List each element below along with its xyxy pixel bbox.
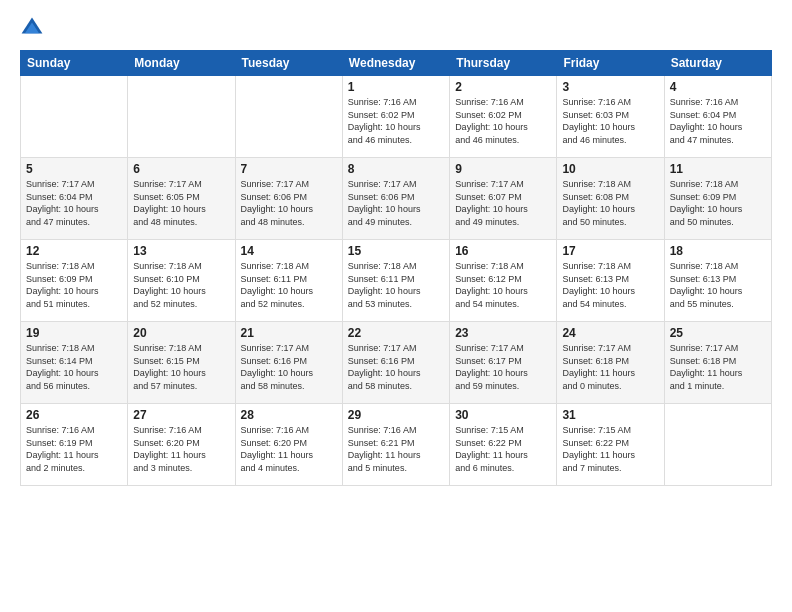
day-number: 24	[562, 326, 658, 340]
day-info: Sunrise: 7:17 AM Sunset: 6:17 PM Dayligh…	[455, 342, 551, 392]
day-info: Sunrise: 7:16 AM Sunset: 6:19 PM Dayligh…	[26, 424, 122, 474]
weekday-header-saturday: Saturday	[664, 51, 771, 76]
calendar-cell: 27Sunrise: 7:16 AM Sunset: 6:20 PM Dayli…	[128, 404, 235, 486]
day-number: 7	[241, 162, 337, 176]
day-number: 12	[26, 244, 122, 258]
calendar-cell: 23Sunrise: 7:17 AM Sunset: 6:17 PM Dayli…	[450, 322, 557, 404]
day-info: Sunrise: 7:17 AM Sunset: 6:16 PM Dayligh…	[348, 342, 444, 392]
calendar-week-4: 19Sunrise: 7:18 AM Sunset: 6:14 PM Dayli…	[21, 322, 772, 404]
day-number: 5	[26, 162, 122, 176]
calendar-cell: 30Sunrise: 7:15 AM Sunset: 6:22 PM Dayli…	[450, 404, 557, 486]
weekday-header-row: SundayMondayTuesdayWednesdayThursdayFrid…	[21, 51, 772, 76]
day-info: Sunrise: 7:16 AM Sunset: 6:21 PM Dayligh…	[348, 424, 444, 474]
logo	[20, 16, 48, 40]
day-info: Sunrise: 7:16 AM Sunset: 6:02 PM Dayligh…	[348, 96, 444, 146]
calendar-cell: 7Sunrise: 7:17 AM Sunset: 6:06 PM Daylig…	[235, 158, 342, 240]
day-number: 17	[562, 244, 658, 258]
calendar-cell: 12Sunrise: 7:18 AM Sunset: 6:09 PM Dayli…	[21, 240, 128, 322]
calendar-cell: 26Sunrise: 7:16 AM Sunset: 6:19 PM Dayli…	[21, 404, 128, 486]
day-number: 11	[670, 162, 766, 176]
day-number: 16	[455, 244, 551, 258]
weekday-header-wednesday: Wednesday	[342, 51, 449, 76]
calendar-cell: 28Sunrise: 7:16 AM Sunset: 6:20 PM Dayli…	[235, 404, 342, 486]
day-number: 10	[562, 162, 658, 176]
calendar-cell: 5Sunrise: 7:17 AM Sunset: 6:04 PM Daylig…	[21, 158, 128, 240]
day-info: Sunrise: 7:17 AM Sunset: 6:07 PM Dayligh…	[455, 178, 551, 228]
day-info: Sunrise: 7:17 AM Sunset: 6:04 PM Dayligh…	[26, 178, 122, 228]
weekday-header-friday: Friday	[557, 51, 664, 76]
day-number: 4	[670, 80, 766, 94]
day-number: 27	[133, 408, 229, 422]
day-number: 23	[455, 326, 551, 340]
day-info: Sunrise: 7:17 AM Sunset: 6:18 PM Dayligh…	[562, 342, 658, 392]
calendar-cell: 31Sunrise: 7:15 AM Sunset: 6:22 PM Dayli…	[557, 404, 664, 486]
calendar-cell	[664, 404, 771, 486]
calendar-cell: 20Sunrise: 7:18 AM Sunset: 6:15 PM Dayli…	[128, 322, 235, 404]
day-info: Sunrise: 7:16 AM Sunset: 6:02 PM Dayligh…	[455, 96, 551, 146]
calendar-cell: 16Sunrise: 7:18 AM Sunset: 6:12 PM Dayli…	[450, 240, 557, 322]
calendar-week-3: 12Sunrise: 7:18 AM Sunset: 6:09 PM Dayli…	[21, 240, 772, 322]
calendar-cell: 8Sunrise: 7:17 AM Sunset: 6:06 PM Daylig…	[342, 158, 449, 240]
calendar-cell: 17Sunrise: 7:18 AM Sunset: 6:13 PM Dayli…	[557, 240, 664, 322]
day-number: 3	[562, 80, 658, 94]
day-number: 18	[670, 244, 766, 258]
calendar-cell: 13Sunrise: 7:18 AM Sunset: 6:10 PM Dayli…	[128, 240, 235, 322]
day-number: 21	[241, 326, 337, 340]
day-number: 14	[241, 244, 337, 258]
day-info: Sunrise: 7:18 AM Sunset: 6:09 PM Dayligh…	[26, 260, 122, 310]
calendar-cell: 21Sunrise: 7:17 AM Sunset: 6:16 PM Dayli…	[235, 322, 342, 404]
logo-icon	[20, 16, 44, 40]
day-number: 19	[26, 326, 122, 340]
calendar-cell: 1Sunrise: 7:16 AM Sunset: 6:02 PM Daylig…	[342, 76, 449, 158]
day-number: 31	[562, 408, 658, 422]
day-info: Sunrise: 7:18 AM Sunset: 6:15 PM Dayligh…	[133, 342, 229, 392]
day-info: Sunrise: 7:18 AM Sunset: 6:08 PM Dayligh…	[562, 178, 658, 228]
weekday-header-tuesday: Tuesday	[235, 51, 342, 76]
day-info: Sunrise: 7:18 AM Sunset: 6:14 PM Dayligh…	[26, 342, 122, 392]
calendar-cell: 22Sunrise: 7:17 AM Sunset: 6:16 PM Dayli…	[342, 322, 449, 404]
calendar-cell: 25Sunrise: 7:17 AM Sunset: 6:18 PM Dayli…	[664, 322, 771, 404]
day-info: Sunrise: 7:17 AM Sunset: 6:18 PM Dayligh…	[670, 342, 766, 392]
day-info: Sunrise: 7:18 AM Sunset: 6:13 PM Dayligh…	[670, 260, 766, 310]
day-info: Sunrise: 7:15 AM Sunset: 6:22 PM Dayligh…	[455, 424, 551, 474]
day-info: Sunrise: 7:18 AM Sunset: 6:09 PM Dayligh…	[670, 178, 766, 228]
day-info: Sunrise: 7:16 AM Sunset: 6:03 PM Dayligh…	[562, 96, 658, 146]
day-info: Sunrise: 7:16 AM Sunset: 6:04 PM Dayligh…	[670, 96, 766, 146]
day-info: Sunrise: 7:17 AM Sunset: 6:16 PM Dayligh…	[241, 342, 337, 392]
header	[20, 16, 772, 40]
calendar-cell: 18Sunrise: 7:18 AM Sunset: 6:13 PM Dayli…	[664, 240, 771, 322]
day-number: 20	[133, 326, 229, 340]
calendar-cell	[128, 76, 235, 158]
calendar-cell: 24Sunrise: 7:17 AM Sunset: 6:18 PM Dayli…	[557, 322, 664, 404]
calendar-cell: 10Sunrise: 7:18 AM Sunset: 6:08 PM Dayli…	[557, 158, 664, 240]
day-info: Sunrise: 7:18 AM Sunset: 6:10 PM Dayligh…	[133, 260, 229, 310]
calendar-cell: 2Sunrise: 7:16 AM Sunset: 6:02 PM Daylig…	[450, 76, 557, 158]
day-info: Sunrise: 7:17 AM Sunset: 6:05 PM Dayligh…	[133, 178, 229, 228]
day-number: 13	[133, 244, 229, 258]
calendar-week-5: 26Sunrise: 7:16 AM Sunset: 6:19 PM Dayli…	[21, 404, 772, 486]
calendar-cell: 15Sunrise: 7:18 AM Sunset: 6:11 PM Dayli…	[342, 240, 449, 322]
day-info: Sunrise: 7:15 AM Sunset: 6:22 PM Dayligh…	[562, 424, 658, 474]
calendar-cell: 3Sunrise: 7:16 AM Sunset: 6:03 PM Daylig…	[557, 76, 664, 158]
day-number: 9	[455, 162, 551, 176]
day-number: 22	[348, 326, 444, 340]
calendar-cell	[21, 76, 128, 158]
day-info: Sunrise: 7:16 AM Sunset: 6:20 PM Dayligh…	[241, 424, 337, 474]
day-number: 15	[348, 244, 444, 258]
day-number: 25	[670, 326, 766, 340]
day-number: 29	[348, 408, 444, 422]
weekday-header-thursday: Thursday	[450, 51, 557, 76]
day-info: Sunrise: 7:17 AM Sunset: 6:06 PM Dayligh…	[241, 178, 337, 228]
calendar-week-2: 5Sunrise: 7:17 AM Sunset: 6:04 PM Daylig…	[21, 158, 772, 240]
day-info: Sunrise: 7:18 AM Sunset: 6:11 PM Dayligh…	[241, 260, 337, 310]
day-number: 8	[348, 162, 444, 176]
calendar-cell: 4Sunrise: 7:16 AM Sunset: 6:04 PM Daylig…	[664, 76, 771, 158]
day-info: Sunrise: 7:16 AM Sunset: 6:20 PM Dayligh…	[133, 424, 229, 474]
day-number: 1	[348, 80, 444, 94]
calendar-week-1: 1Sunrise: 7:16 AM Sunset: 6:02 PM Daylig…	[21, 76, 772, 158]
day-number: 30	[455, 408, 551, 422]
day-info: Sunrise: 7:17 AM Sunset: 6:06 PM Dayligh…	[348, 178, 444, 228]
day-info: Sunrise: 7:18 AM Sunset: 6:11 PM Dayligh…	[348, 260, 444, 310]
calendar-cell: 9Sunrise: 7:17 AM Sunset: 6:07 PM Daylig…	[450, 158, 557, 240]
page: SundayMondayTuesdayWednesdayThursdayFrid…	[0, 0, 792, 612]
